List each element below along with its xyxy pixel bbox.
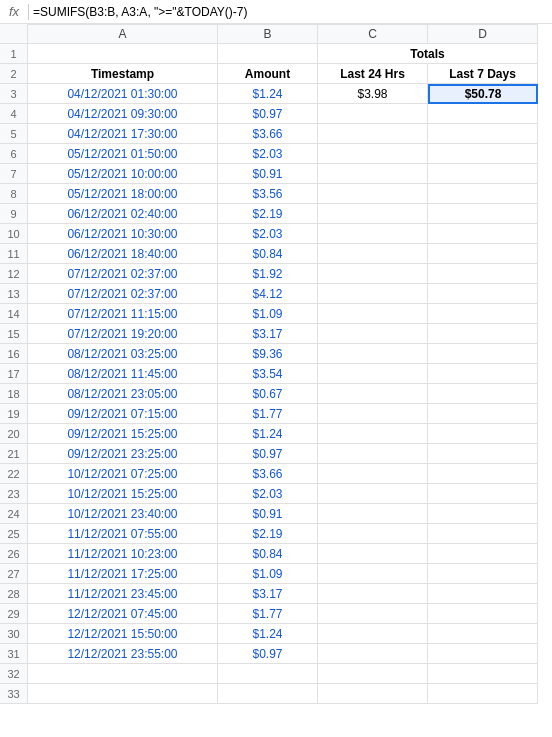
cell-amount-17[interactable]: $3.54: [218, 364, 318, 384]
cell-amount-19[interactable]: $1.77: [218, 404, 318, 424]
cell-d-8[interactable]: [428, 184, 538, 204]
cell-d-16[interactable]: [428, 344, 538, 364]
cell-amount-24[interactable]: $0.91: [218, 504, 318, 524]
cell-c-21[interactable]: [318, 444, 428, 464]
col-header-c[interactable]: C: [318, 24, 428, 44]
cell-c-16[interactable]: [318, 344, 428, 364]
cell-d-15[interactable]: [428, 324, 538, 344]
cell-amount-8[interactable]: $3.56: [218, 184, 318, 204]
cell-amount-9[interactable]: $2.19: [218, 204, 318, 224]
cell-amount-3[interactable]: $1.24: [218, 84, 318, 104]
col-header-d[interactable]: D: [428, 24, 538, 44]
cell-d-20[interactable]: [428, 424, 538, 444]
cell-timestamp-29[interactable]: 12/12/2021 07:45:00: [28, 604, 218, 624]
cell-c-31[interactable]: [318, 644, 428, 664]
cell-c-32[interactable]: [318, 664, 428, 684]
cell-amount-14[interactable]: $1.09: [218, 304, 318, 324]
cell-c-8[interactable]: [318, 184, 428, 204]
cell-d-29[interactable]: [428, 604, 538, 624]
cell-timestamp-15[interactable]: 07/12/2021 19:20:00: [28, 324, 218, 344]
cell-amount-25[interactable]: $2.19: [218, 524, 318, 544]
cell-c-25[interactable]: [318, 524, 428, 544]
cell-amount-10[interactable]: $2.03: [218, 224, 318, 244]
cell-timestamp-12[interactable]: 07/12/2021 02:37:00: [28, 264, 218, 284]
cell-d-3[interactable]: $50.78: [428, 84, 538, 104]
cell-d-9[interactable]: [428, 204, 538, 224]
cell-d-27[interactable]: [428, 564, 538, 584]
cell-c-9[interactable]: [318, 204, 428, 224]
cell-c-29[interactable]: [318, 604, 428, 624]
cell-amount-11[interactable]: $0.84: [218, 244, 318, 264]
cell-amount-4[interactable]: $0.97: [218, 104, 318, 124]
cell-timestamp-28[interactable]: 11/12/2021 23:45:00: [28, 584, 218, 604]
cell-d-22[interactable]: [428, 464, 538, 484]
cell-amount-27[interactable]: $1.09: [218, 564, 318, 584]
cell-amount-7[interactable]: $0.91: [218, 164, 318, 184]
cell-amount-28[interactable]: $3.17: [218, 584, 318, 604]
cell-timestamp-17[interactable]: 08/12/2021 11:45:00: [28, 364, 218, 384]
cell-amount-15[interactable]: $3.17: [218, 324, 318, 344]
cell-timestamp-31[interactable]: 12/12/2021 23:55:00: [28, 644, 218, 664]
cell-timestamp-3[interactable]: 04/12/2021 01:30:00: [28, 84, 218, 104]
cell-d-6[interactable]: [428, 144, 538, 164]
cell-d-4[interactable]: [428, 104, 538, 124]
cell-d-17[interactable]: [428, 364, 538, 384]
cell-d-10[interactable]: [428, 224, 538, 244]
cell-timestamp-22[interactable]: 10/12/2021 07:25:00: [28, 464, 218, 484]
cell-amount-30[interactable]: $1.24: [218, 624, 318, 644]
cell-c-22[interactable]: [318, 464, 428, 484]
cell-timestamp-25[interactable]: 11/12/2021 07:55:00: [28, 524, 218, 544]
cell-timestamp-19[interactable]: 09/12/2021 07:15:00: [28, 404, 218, 424]
cell-timestamp-9[interactable]: 06/12/2021 02:40:00: [28, 204, 218, 224]
cell-d-26[interactable]: [428, 544, 538, 564]
cell-timestamp-14[interactable]: 07/12/2021 11:15:00: [28, 304, 218, 324]
cell-a-1[interactable]: [28, 44, 218, 64]
cell-amount-31[interactable]: $0.97: [218, 644, 318, 664]
cell-amount-26[interactable]: $0.84: [218, 544, 318, 564]
cell-d-24[interactable]: [428, 504, 538, 524]
cell-amount-32[interactable]: [218, 664, 318, 684]
cell-c-17[interactable]: [318, 364, 428, 384]
cell-c-18[interactable]: [318, 384, 428, 404]
cell-d-23[interactable]: [428, 484, 538, 504]
cell-c-23[interactable]: [318, 484, 428, 504]
cell-timestamp-16[interactable]: 08/12/2021 03:25:00: [28, 344, 218, 364]
cell-timestamp-23[interactable]: 10/12/2021 15:25:00: [28, 484, 218, 504]
cell-c-14[interactable]: [318, 304, 428, 324]
cell-timestamp-32[interactable]: [28, 664, 218, 684]
cell-amount-13[interactable]: $4.12: [218, 284, 318, 304]
cell-amount-29[interactable]: $1.77: [218, 604, 318, 624]
cell-c-10[interactable]: [318, 224, 428, 244]
cell-timestamp-20[interactable]: 09/12/2021 15:25:00: [28, 424, 218, 444]
cell-amount-20[interactable]: $1.24: [218, 424, 318, 444]
cell-amount-6[interactable]: $2.03: [218, 144, 318, 164]
cell-d-31[interactable]: [428, 644, 538, 664]
cell-timestamp-21[interactable]: 09/12/2021 23:25:00: [28, 444, 218, 464]
cell-timestamp-7[interactable]: 05/12/2021 10:00:00: [28, 164, 218, 184]
cell-timestamp-5[interactable]: 04/12/2021 17:30:00: [28, 124, 218, 144]
cell-c-24[interactable]: [318, 504, 428, 524]
cell-d-11[interactable]: [428, 244, 538, 264]
cell-d-32[interactable]: [428, 664, 538, 684]
cell-timestamp-13[interactable]: 07/12/2021 02:37:00: [28, 284, 218, 304]
cell-d-18[interactable]: [428, 384, 538, 404]
cell-amount-5[interactable]: $3.66: [218, 124, 318, 144]
cell-amount-21[interactable]: $0.97: [218, 444, 318, 464]
cell-c-5[interactable]: [318, 124, 428, 144]
cell-amount-12[interactable]: $1.92: [218, 264, 318, 284]
cell-timestamp-4[interactable]: 04/12/2021 09:30:00: [28, 104, 218, 124]
cell-d-13[interactable]: [428, 284, 538, 304]
cell-c-7[interactable]: [318, 164, 428, 184]
cell-c-30[interactable]: [318, 624, 428, 644]
cell-c-19[interactable]: [318, 404, 428, 424]
cell-c-27[interactable]: [318, 564, 428, 584]
cell-timestamp-24[interactable]: 10/12/2021 23:40:00: [28, 504, 218, 524]
col-header-b[interactable]: B: [218, 24, 318, 44]
cell-c-26[interactable]: [318, 544, 428, 564]
cell-d-28[interactable]: [428, 584, 538, 604]
cell-amount-22[interactable]: $3.66: [218, 464, 318, 484]
cell-d-30[interactable]: [428, 624, 538, 644]
cell-timestamp-30[interactable]: 12/12/2021 15:50:00: [28, 624, 218, 644]
cell-c-33[interactable]: [318, 684, 428, 704]
cell-c-6[interactable]: [318, 144, 428, 164]
